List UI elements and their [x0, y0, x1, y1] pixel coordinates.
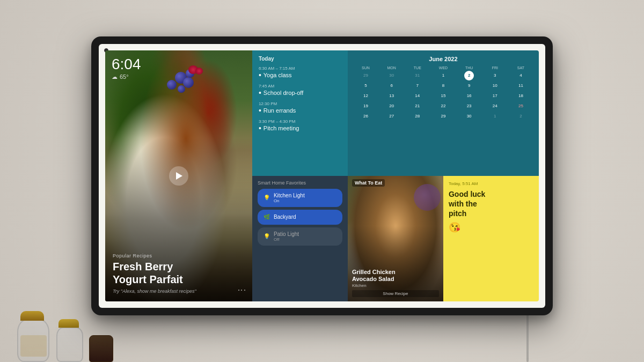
note-timestamp: Today, 5:51 AM	[449, 181, 533, 186]
cal-day[interactable]: 1	[490, 112, 500, 121]
show-recipe-button[interactable]: Show Recipe	[352, 290, 439, 297]
light-icon: 💡	[263, 194, 270, 202]
cal-day[interactable]: 15	[438, 91, 448, 101]
calendar-panel[interactable]: June 2022 SUN MON TUE WED THU FRI SAT 29…	[348, 50, 539, 176]
cal-day[interactable]: 22	[438, 101, 448, 111]
what-to-eat-label: What To Eat	[352, 179, 385, 187]
cal-day[interactable]: 2	[516, 112, 525, 121]
cal-header-thu: THU	[457, 65, 482, 70]
smart-btn-kitchen-content: Kitchen Light On	[274, 193, 305, 203]
agenda-panel[interactable]: Today 6:30 AM – 7:15 AM Yoga class 7:45 …	[252, 50, 348, 176]
cal-day[interactable]: 23	[464, 101, 474, 111]
cal-day[interactable]: 3	[490, 71, 500, 80]
cal-day[interactable]: 30	[387, 71, 397, 80]
cal-day[interactable]: 16	[464, 91, 474, 101]
cal-today[interactable]: 2	[464, 71, 474, 80]
time-weather-display: 6:04 ☁ 65°	[112, 57, 141, 80]
recipe-panel[interactable]: 6:04 ☁ 65° Popular Recipes Fresh BerryYo…	[105, 50, 252, 301]
cal-header-mon: MON	[379, 65, 404, 70]
cal-day[interactable]: 1	[438, 71, 448, 80]
cal-day[interactable]: 4	[516, 71, 525, 80]
smart-btn-patio-light[interactable]: 💡 Patio Light Off	[258, 227, 342, 246]
cal-day[interactable]: 29	[438, 112, 448, 121]
cal-day[interactable]: 18	[516, 91, 525, 101]
cal-day[interactable]: 17	[490, 91, 500, 101]
backyard-label: Backyard	[274, 214, 296, 220]
calendar-grid: SUN MON TUE WED THU FRI SAT 29 30 31 1 2…	[353, 65, 533, 121]
cal-day[interactable]: 12	[361, 91, 370, 101]
cal-day[interactable]: 30	[464, 112, 474, 121]
food-name: Grilled ChickenAvocado Salad	[352, 269, 439, 283]
sticky-note-panel[interactable]: Today, 5:51 AM Good luckwith thepitch 😘	[443, 176, 539, 301]
recipe-hint: Try "Alexa, show me breakfast recipes"	[113, 289, 245, 294]
blueberry	[183, 77, 194, 88]
cal-day[interactable]: 20	[387, 101, 397, 111]
cal-header-wed: WED	[430, 65, 456, 70]
recipe-category: Popular Recipes	[113, 253, 245, 258]
cal-day[interactable]: 24	[490, 101, 500, 111]
agenda-event-3: Run errands	[259, 106, 341, 115]
cal-header-tue: TUE	[405, 65, 430, 70]
cal-day[interactable]: 19	[361, 101, 370, 111]
agenda-item-4[interactable]: 3:30 PM – 4:30 PM Pitch meeting	[259, 119, 341, 132]
cal-day[interactable]: 9	[464, 81, 474, 91]
cal-day[interactable]: 5	[361, 81, 370, 91]
agenda-event-2: School drop-off	[259, 88, 341, 97]
patio-light-status: Off	[274, 237, 299, 242]
agenda-item-3[interactable]: 12:30 PM Run errands	[259, 101, 341, 115]
weather: ☁ 65°	[112, 73, 141, 80]
smart-btn-backyard[interactable]: 🌿 Backyard	[258, 210, 342, 225]
note-emoji: 😘	[449, 221, 533, 233]
cal-header-sun: SUN	[353, 65, 378, 70]
cal-header-fri: FRI	[482, 65, 508, 70]
food-header: What To Eat	[352, 179, 439, 187]
cal-day[interactable]: 10	[490, 81, 500, 91]
play-icon	[176, 172, 182, 180]
cal-day[interactable]: 21	[413, 101, 422, 111]
blueberry	[178, 85, 185, 93]
kitchen-light-status: On	[274, 198, 305, 203]
cal-day[interactable]: 14	[413, 91, 422, 101]
note-text: Good luckwith thepitch	[449, 189, 533, 219]
cal-day[interactable]: 27	[387, 112, 397, 121]
agenda-time-4: 3:30 PM – 4:30 PM	[259, 119, 341, 124]
cal-day[interactable]: 28	[413, 112, 422, 121]
play-button[interactable]	[169, 166, 188, 186]
food-recommendation-panel[interactable]: What To Eat Grilled ChickenAvocado Salad…	[348, 176, 443, 301]
cal-day[interactable]: 26	[361, 112, 370, 121]
smart-home-title: Smart Home Favorites	[258, 180, 342, 186]
patio-light-label: Patio Light	[274, 231, 299, 237]
more-options-icon[interactable]: ⋮	[237, 286, 246, 295]
cal-day[interactable]: 29	[361, 71, 370, 80]
agenda-day-label: Today	[259, 56, 341, 62]
agenda-time-2: 7:45 AM	[259, 84, 341, 88]
agenda-time-3: 12:30 PM	[259, 101, 341, 106]
smart-home-panel[interactable]: Smart Home Favorites 💡 Kitchen Light On …	[252, 176, 348, 301]
device-screen: 6:04 ☁ 65° Popular Recipes Fresh BerryYo…	[105, 50, 539, 301]
cal-day[interactable]: 13	[387, 91, 397, 101]
agenda-event-4: Pitch meeting	[259, 124, 341, 132]
recipe-content: Popular Recipes Fresh BerryYogurt Parfai…	[105, 246, 252, 301]
agenda-item-1[interactable]: 6:30 AM – 7:15 AM Yoga class	[259, 66, 341, 79]
clock: 6:04	[112, 57, 141, 72]
cal-day[interactable]: 7	[413, 81, 422, 91]
backyard-icon: 🌿	[263, 213, 270, 221]
cal-day[interactable]: 25	[516, 101, 525, 111]
food-source: Kitchen	[352, 283, 439, 288]
cal-header-sat: SAT	[508, 65, 533, 70]
cal-day[interactable]: 11	[516, 81, 525, 91]
echo-show-device: 6:04 ☁ 65° Popular Recipes Fresh BerryYo…	[91, 36, 553, 315]
smart-btn-patio-content: Patio Light Off	[274, 231, 299, 242]
agenda-event-1: Yoga class	[259, 71, 341, 79]
cal-day[interactable]: 8	[438, 81, 448, 91]
screen-wrapper: 6:04 ☁ 65° Popular Recipes Fresh BerryYo…	[99, 44, 545, 308]
smart-btn-kitchen-light[interactable]: 💡 Kitchen Light On	[258, 189, 342, 207]
kitchen-light-label: Kitchen Light	[274, 193, 305, 198]
cal-day[interactable]: 6	[387, 81, 397, 91]
blueberry	[167, 80, 177, 90]
calendar-month: June 2022	[353, 56, 533, 62]
agenda-item-2[interactable]: 7:45 AM School drop-off	[259, 84, 341, 97]
patio-light-icon: 💡	[263, 233, 270, 240]
food-content: Grilled ChickenAvocado Salad Kitchen Sho…	[348, 264, 443, 301]
cal-day[interactable]: 31	[413, 71, 422, 80]
